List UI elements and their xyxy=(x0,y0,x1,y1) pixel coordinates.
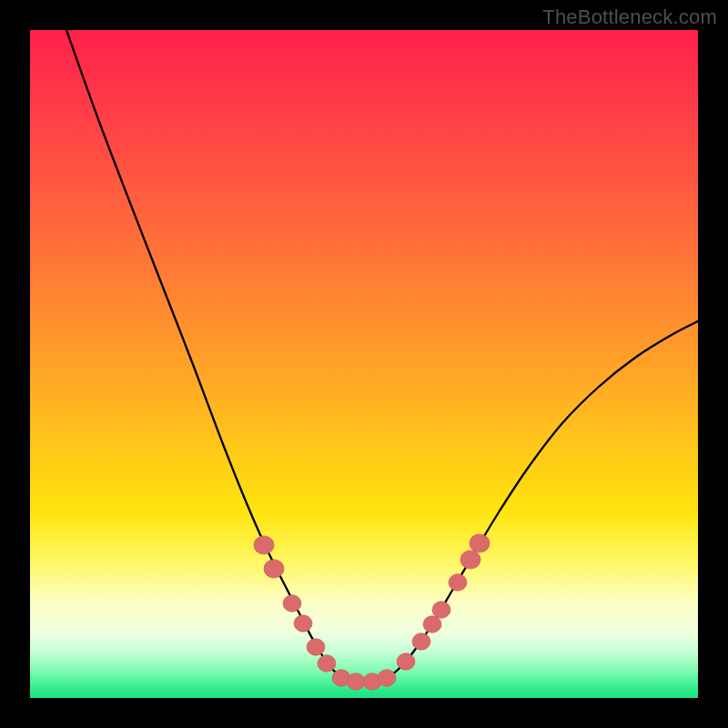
chart-frame: TheBottleneck.com xyxy=(0,0,728,728)
data-dot xyxy=(397,653,415,670)
data-dot xyxy=(264,560,284,578)
data-dot xyxy=(378,670,396,686)
data-dot xyxy=(318,655,336,672)
left-curve xyxy=(66,30,380,680)
data-dot xyxy=(254,536,274,554)
data-dot xyxy=(460,551,480,569)
chart-svg xyxy=(30,30,698,698)
data-dot xyxy=(307,639,325,655)
watermark-text: TheBottleneck.com xyxy=(542,5,717,29)
data-dot xyxy=(432,602,450,618)
data-dot xyxy=(449,574,467,591)
data-dot xyxy=(294,615,312,632)
data-dot xyxy=(412,633,430,650)
data-dot xyxy=(283,595,301,612)
plot-area xyxy=(30,30,698,698)
data-dot xyxy=(423,616,441,632)
data-dot xyxy=(347,673,365,690)
data-dots xyxy=(254,534,490,690)
data-dot xyxy=(470,534,490,552)
